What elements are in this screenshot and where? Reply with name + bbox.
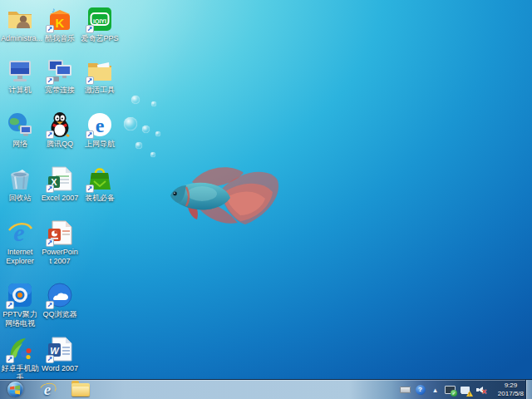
input-method-keyboard-icon[interactable] bbox=[400, 384, 411, 395]
icon-label: 装机必备 bbox=[81, 194, 119, 203]
icon-label: QQ浏览器 bbox=[41, 310, 79, 319]
desktop-icon-essential-software[interactable]: ➚ 装机必备 bbox=[81, 165, 119, 203]
kuwo-music-icon: K ♪ ➚ bbox=[46, 5, 74, 33]
folder-icon bbox=[71, 383, 90, 397]
shopping-bag-icon: ➚ bbox=[86, 165, 114, 193]
help-question-icon[interactable]: ? bbox=[415, 384, 426, 395]
bubble bbox=[150, 152, 155, 157]
shortcut-arrow-icon: ➚ bbox=[86, 131, 94, 139]
svg-text:iQIYI: iQIYI bbox=[93, 18, 106, 25]
svg-text:K: K bbox=[56, 16, 65, 30]
bubble bbox=[151, 101, 156, 106]
taskbar-internet-explorer-button[interactable]: e bbox=[33, 380, 62, 399]
bubble bbox=[124, 117, 137, 131]
recycle-bin-icon bbox=[6, 165, 34, 193]
show-desktop-button[interactable] bbox=[525, 380, 532, 399]
betta-fish-wallpaper bbox=[164, 159, 282, 230]
desktop-icon-broadband-connection[interactable]: ➚ 宽带连接 bbox=[41, 57, 79, 95]
clock-date: 2017/5/8 bbox=[498, 390, 524, 398]
windows-logo-icon bbox=[7, 382, 23, 397]
computer-icon bbox=[6, 57, 34, 85]
taskbar-clock[interactable]: 9:29 2017/5/8 bbox=[498, 380, 524, 399]
icon-label: 计算机 bbox=[1, 86, 39, 95]
user-folder-icon bbox=[6, 5, 34, 33]
network-status-warning-icon[interactable] bbox=[460, 384, 470, 395]
desktop-icon-administrator-folder[interactable]: Administra... bbox=[1, 5, 39, 43]
icon-label: Administra... bbox=[1, 34, 39, 43]
iqiyi-icon: iQIYI ➚ bbox=[86, 5, 114, 33]
icon-label: PowerPoint 2007 bbox=[41, 248, 79, 266]
desktop-icon-pptv[interactable]: ➚ PPTV聚力 网络电视 bbox=[1, 281, 39, 328]
clock-time: 9:29 bbox=[505, 382, 518, 390]
shortcut-arrow-icon: ➚ bbox=[46, 76, 54, 85]
svg-text:e: e bbox=[13, 219, 24, 246]
desktop-icon-recycle-bin[interactable]: 回收站 bbox=[1, 165, 39, 203]
start-button[interactable] bbox=[4, 380, 26, 399]
shortcut-arrow-icon: ➚ bbox=[46, 131, 54, 139]
broadband-connection-icon: ➚ bbox=[46, 57, 74, 85]
desktop-icon-kuwo-music[interactable]: K ♪ ➚ 酷我音乐 bbox=[41, 5, 79, 43]
taskbar: e ? ▴ ✓ ✕ 9:29 2017/5/8 bbox=[0, 379, 532, 399]
shortcut-arrow-icon: ➚ bbox=[6, 301, 14, 309]
volume-muted-icon[interactable]: ✕ bbox=[475, 384, 485, 395]
shortcut-arrow-icon: ➚ bbox=[6, 355, 14, 363]
svg-text:e: e bbox=[96, 115, 105, 136]
word-icon: W ➚ bbox=[46, 335, 74, 363]
shortcut-arrow-icon: ➚ bbox=[86, 25, 94, 33]
shortcut-arrow-icon: ➚ bbox=[46, 355, 54, 363]
qq-browser-icon: ➚ bbox=[46, 281, 74, 309]
desktop: Administra... K ♪ ➚ 酷我音乐 iQIYI ➚ 爱奇艺PPS … bbox=[0, 0, 532, 399]
bubble bbox=[131, 96, 140, 104]
ie-swoosh-icon bbox=[37, 381, 58, 398]
e-navigation-icon: e ➚ bbox=[86, 111, 114, 139]
security-status-icon[interactable]: ✓ bbox=[445, 384, 456, 395]
bubble bbox=[142, 126, 150, 133]
desktop-icon-network[interactable]: 网络 bbox=[1, 111, 39, 149]
desktop-icon-word-2007[interactable]: W ➚ Word 2007 bbox=[41, 335, 79, 373]
internet-explorer-icon: e bbox=[6, 219, 34, 247]
qq-penguin-icon: ➚ bbox=[46, 111, 74, 139]
phone-assistant-icon: ➚ bbox=[6, 335, 34, 363]
pptv-icon: ➚ bbox=[6, 281, 34, 309]
desktop-icon-activation-tools[interactable]: ➚ 激活工具 bbox=[81, 57, 119, 95]
desktop-icon-powerpoint-2007[interactable]: ➚ PowerPoint 2007 bbox=[41, 219, 79, 266]
show-hidden-icons-button[interactable]: ▴ bbox=[430, 384, 441, 395]
taskbar-file-explorer-button[interactable] bbox=[66, 380, 95, 399]
powerpoint-icon: ➚ bbox=[46, 219, 74, 247]
icon-label: 网络 bbox=[1, 140, 39, 149]
shortcut-arrow-icon: ➚ bbox=[86, 76, 94, 85]
svg-text:W: W bbox=[50, 346, 60, 356]
system-tray: ? ▴ ✓ ✕ bbox=[400, 380, 485, 399]
icon-label: PPTV聚力 网络电视 bbox=[1, 310, 39, 328]
bubble bbox=[155, 131, 160, 136]
icon-label: 腾讯QQ bbox=[41, 140, 79, 149]
icon-label: Excel 2007 bbox=[41, 194, 79, 203]
desktop-icon-web-navigation[interactable]: e ➚ 上网导航 bbox=[81, 111, 119, 149]
icon-label: 上网导航 bbox=[81, 140, 119, 149]
desktop-icon-internet-explorer[interactable]: e Internet Explorer bbox=[1, 219, 39, 266]
desktop-icon-excel-2007[interactable]: X ➚ Excel 2007 bbox=[41, 165, 79, 203]
shortcut-arrow-icon: ➚ bbox=[46, 239, 54, 247]
svg-text:♪: ♪ bbox=[52, 6, 56, 14]
shortcut-arrow-icon: ➚ bbox=[86, 185, 94, 193]
bubble bbox=[135, 142, 142, 149]
desktop-icon-iqiyi-pps[interactable]: iQIYI ➚ 爱奇艺PPS bbox=[81, 5, 119, 43]
desktop-icon-computer[interactable]: 计算机 bbox=[1, 57, 39, 95]
desktop-icon-qq-browser[interactable]: ➚ QQ浏览器 bbox=[41, 281, 79, 319]
icon-label: 激活工具 bbox=[81, 86, 119, 95]
network-globe-icon bbox=[6, 111, 34, 139]
icon-label: 回收站 bbox=[1, 194, 39, 203]
desktop-icon-tencent-qq[interactable]: ➚ 腾讯QQ bbox=[41, 111, 79, 149]
desktop-icon-phone-assistant[interactable]: ➚ 好卓手机助手 bbox=[1, 335, 39, 382]
shortcut-arrow-icon: ➚ bbox=[46, 25, 54, 33]
excel-icon: X ➚ bbox=[46, 165, 74, 193]
shortcut-arrow-icon: ➚ bbox=[46, 301, 54, 309]
icon-label: Word 2007 bbox=[41, 364, 79, 373]
icon-label: 爱奇艺PPS bbox=[81, 34, 119, 43]
shortcut-arrow-icon: ➚ bbox=[46, 185, 54, 193]
icon-label: Internet Explorer bbox=[1, 248, 39, 266]
icon-label: 宽带连接 bbox=[41, 86, 79, 95]
icon-label: 酷我音乐 bbox=[41, 34, 79, 43]
tools-folder-icon: ➚ bbox=[86, 57, 114, 85]
